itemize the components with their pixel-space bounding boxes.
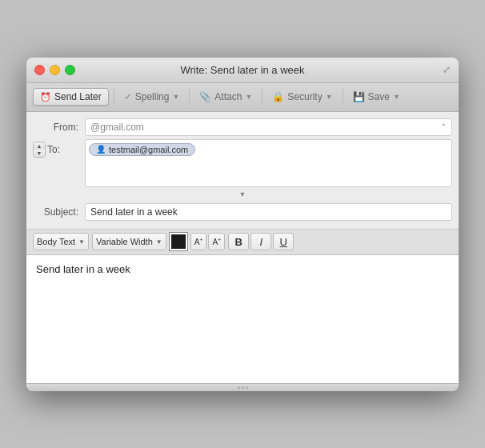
resize-dot-1 <box>238 386 240 389</box>
to-label: To: <box>47 144 60 155</box>
toolbar-divider-1 <box>114 89 114 105</box>
attach-label: Attach <box>214 91 242 102</box>
paperclip-icon: 📎 <box>199 91 211 102</box>
to-field[interactable]: 👤 testmail@gmail.com <box>85 139 452 187</box>
format-bar: Body Text ▼ Variable Width ▼ A+ A+ B I U <box>26 230 459 255</box>
collapsible-section[interactable]: ▼ <box>26 189 459 200</box>
compose-header: From: @gmail.com ⌃ ▲ ▼ To: 👤 testmail@gm… <box>26 112 459 230</box>
send-later-button[interactable]: ⏰ Send Later <box>33 88 109 106</box>
save-arrow-icon: ▼ <box>393 93 400 101</box>
resize-dots <box>238 386 248 389</box>
maximize-button[interactable] <box>65 65 75 75</box>
body-text: Send later in a week <box>36 263 130 275</box>
decrease-font-button[interactable]: A+ <box>208 233 225 250</box>
contact-icon: 👤 <box>96 145 106 154</box>
bold-button[interactable]: B <box>228 233 249 250</box>
close-button[interactable] <box>34 65 45 75</box>
send-later-label: Send Later <box>54 91 102 102</box>
mail-compose-window: Write: Send later in a week ⤢ ⏰ Send Lat… <box>26 58 459 391</box>
color-swatch[interactable] <box>170 233 187 250</box>
underline-button[interactable]: U <box>273 233 294 250</box>
style-select[interactable]: Body Text ▼ <box>33 233 89 250</box>
traffic-lights <box>34 65 75 75</box>
to-label-area: ▲ ▼ To: <box>33 139 85 158</box>
from-row: From: @gmail.com ⌃ <box>26 117 459 138</box>
security-button[interactable]: 🔒 Security ▼ <box>267 89 337 105</box>
subject-field[interactable]: Send later in a week <box>85 203 452 221</box>
resize-dot-2 <box>242 386 244 389</box>
save-icon: 💾 <box>353 91 365 102</box>
send-later-icon: ⏰ <box>40 92 51 102</box>
from-dropdown-icon[interactable]: ⌃ <box>440 122 447 131</box>
to-recipient-tag[interactable]: 👤 testmail@gmail.com <box>89 143 195 156</box>
minimize-button[interactable] <box>50 65 60 75</box>
underline-label: U <box>280 236 287 248</box>
compose-body[interactable]: Send later in a week <box>26 255 459 383</box>
resize-dot-3 <box>246 386 248 389</box>
save-label: Save <box>368 91 390 102</box>
title-bar: Write: Send later in a week ⤢ <box>26 58 459 83</box>
resize-handle[interactable] <box>26 383 459 391</box>
from-field[interactable]: @gmail.com ⌃ <box>85 118 452 136</box>
increase-font-button[interactable]: A+ <box>190 233 207 250</box>
stepper-down-icon[interactable]: ▼ <box>34 150 45 157</box>
to-row: ▲ ▼ To: 👤 testmail@gmail.com <box>26 138 459 189</box>
save-button[interactable]: 💾 Save ▼ <box>348 89 405 105</box>
checkmark-icon: ✓ <box>124 91 132 102</box>
collapse-icon: ▼ <box>239 190 247 198</box>
resize-icon[interactable]: ⤢ <box>443 64 451 75</box>
security-arrow-icon: ▼ <box>326 93 333 101</box>
spelling-arrow-icon: ▼ <box>172 93 179 101</box>
from-label: From: <box>33 122 85 133</box>
font-select[interactable]: Variable Width ▼ <box>92 233 166 250</box>
to-recipient-value: testmail@gmail.com <box>109 145 188 154</box>
spelling-button[interactable]: ✓ Spelling ▼ <box>119 89 185 105</box>
security-label: Security <box>287 91 322 102</box>
to-stepper[interactable]: ▲ ▼ <box>33 142 46 158</box>
toolbar-divider-4 <box>343 89 343 105</box>
italic-button[interactable]: I <box>251 233 271 250</box>
attach-arrow-icon: ▼ <box>245 93 252 101</box>
subject-row: Subject: Send later in a week <box>26 200 459 224</box>
subject-label: Subject: <box>33 206 85 218</box>
increase-font-label: A+ <box>194 237 203 246</box>
italic-label: I <box>259 236 263 248</box>
decrease-font-label: A+ <box>212 237 221 246</box>
window-title: Write: Send later in a week <box>180 64 304 76</box>
subject-value: Send later in a week <box>90 206 178 218</box>
style-label: Body Text <box>37 237 75 246</box>
text-format-buttons: B I U <box>228 233 294 250</box>
font-label: Variable Width <box>96 237 153 246</box>
from-value: @gmail.com <box>90 122 144 133</box>
lock-icon: 🔒 <box>272 91 284 102</box>
stepper-up-icon[interactable]: ▲ <box>34 142 45 150</box>
style-arrow-icon: ▼ <box>78 238 85 246</box>
toolbar-divider-3 <box>262 89 263 105</box>
attach-button[interactable]: 📎 Attach ▼ <box>194 89 257 105</box>
spelling-label: Spelling <box>135 91 170 102</box>
font-arrow-icon: ▼ <box>156 238 162 246</box>
font-size-controls: A+ A+ <box>190 233 226 250</box>
toolbar-divider-2 <box>189 89 190 105</box>
toolbar: ⏰ Send Later ✓ Spelling ▼ 📎 Attach ▼ 🔒 S… <box>26 83 459 112</box>
